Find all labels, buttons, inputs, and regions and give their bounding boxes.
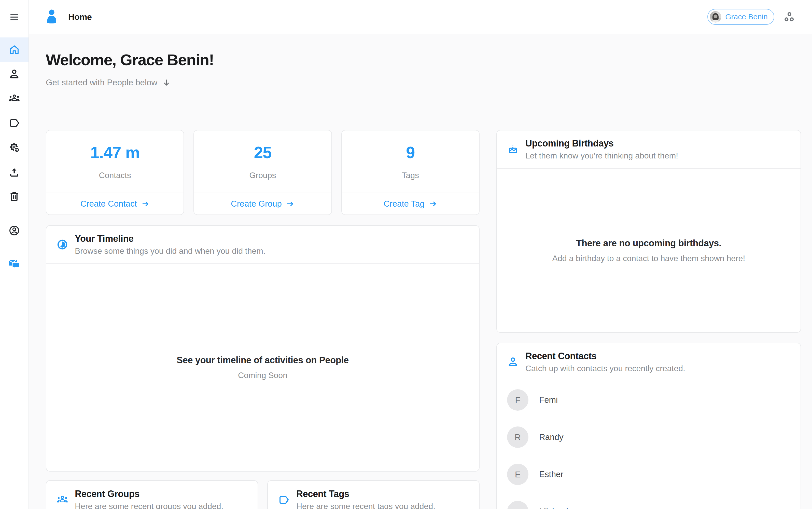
create-group-button[interactable]: Create Group (231, 199, 295, 209)
recent-contacts-subtitle: Catch up with contacts you recently crea… (525, 364, 685, 373)
sidebar-item-import[interactable] (0, 160, 29, 184)
sidebar-divider (0, 247, 29, 247)
recent-tags-subtitle: Here are some recent tags you added. (296, 502, 435, 509)
upcoming-birthdays-card: Upcoming Birthdays Let them know you're … (496, 130, 801, 333)
recent-groups-header-text: Recent Groups Here are some recent group… (75, 488, 223, 509)
home-icon (8, 44, 20, 56)
recent-contacts-header-text: Recent Contacts Catch up with contacts y… (525, 351, 685, 373)
sidebar-divider (0, 214, 29, 214)
cake-icon (507, 143, 519, 155)
arrow-right-icon (141, 200, 150, 208)
arrow-down-icon (162, 78, 171, 87)
contact-row[interactable]: E Esther (497, 456, 801, 493)
stats-row: 1.47 m Contacts Create Contact 25 Groups (46, 130, 480, 215)
recent-tags-title: Recent Tags (296, 488, 435, 499)
recent-contacts-list: F Femi R Randy E Esther M Michael (497, 381, 801, 509)
contact-name: Esther (539, 470, 563, 479)
recent-tags-header: Recent Tags Here are some recent tags yo… (268, 481, 479, 509)
left-column: 1.47 m Contacts Create Contact 25 Groups (46, 130, 480, 509)
birthdays-title: Upcoming Birthdays (525, 138, 678, 148)
contact-name: Femi (539, 395, 558, 405)
contact-row[interactable]: M Michael (497, 493, 801, 509)
arrow-right-icon (286, 200, 295, 208)
birthdays-subtitle: Let them know you're thinking about them… (525, 151, 678, 161)
sidebar-item-groups[interactable] (0, 87, 29, 111)
sidebar-item-account[interactable] (0, 218, 29, 243)
apps-hub-button[interactable] (783, 11, 795, 23)
recent-groups-header: Recent Groups Here are some recent group… (46, 481, 258, 509)
welcome-subheading: Get started with People below (46, 78, 157, 88)
contact-avatar: R (507, 427, 528, 448)
topbar: Home Grace Benin (29, 0, 812, 34)
right-column: Upcoming Birthdays Let them know you're … (496, 130, 801, 509)
create-contact-button[interactable]: Create Contact (80, 199, 150, 209)
contact-row[interactable]: F Femi (497, 381, 801, 418)
sidebar-item-tags[interactable] (0, 111, 29, 135)
recent-groups-title: Recent Groups (75, 488, 223, 499)
timeline-header: Your Timeline Browse some things you did… (46, 226, 479, 264)
recent-contacts-header: Recent Contacts Catch up with contacts y… (497, 343, 801, 381)
timeline-card: Your Timeline Browse some things you did… (46, 225, 480, 472)
create-tag-label: Create Tag (383, 199, 425, 209)
contacts-stat-card: 1.47 m Contacts Create Contact (46, 130, 184, 215)
contact-name: Randy (539, 432, 563, 442)
sidebar-item-feedback[interactable] (0, 251, 29, 276)
user-chip[interactable]: Grace Benin (707, 9, 774, 25)
sidebar-item-settings[interactable] (0, 135, 29, 160)
trash-icon (8, 191, 20, 202)
timeline-empty-title: See your timeline of activities on Peopl… (177, 355, 349, 366)
tag-icon (278, 494, 290, 506)
person-icon (8, 68, 20, 80)
recent-tags-card: Recent Tags Here are some recent tags yo… (267, 480, 480, 509)
contacts-count: 1.47 m (90, 143, 140, 162)
timelapse-clock-icon (57, 239, 68, 250)
birthdays-header: Upcoming Birthdays Let them know you're … (497, 130, 801, 169)
tags-stat-footer: Create Tag (342, 193, 479, 214)
create-tag-button[interactable]: Create Tag (383, 199, 437, 209)
contacts-stat-top: 1.47 m Contacts (46, 130, 184, 193)
recent-contacts-card: Recent Contacts Catch up with contacts y… (496, 343, 801, 509)
tags-count: 9 (406, 143, 415, 162)
birthdays-empty-state: There are no upcoming birthdays. Add a b… (497, 169, 801, 332)
tags-stat-top: 9 Tags (342, 130, 479, 193)
settings-gear-arrow-icon (8, 142, 20, 154)
create-group-label: Create Group (231, 199, 282, 209)
sidebar (0, 0, 29, 509)
user-name: Grace Benin (725, 12, 768, 21)
sidebar-item-contacts[interactable] (0, 62, 29, 87)
person-icon (507, 356, 519, 368)
contact-row[interactable]: R Randy (497, 418, 801, 456)
three-circles-icon (783, 11, 795, 23)
groups-stat-footer: Create Group (194, 193, 331, 214)
sidebar-nav (0, 34, 29, 209)
groups-label: Groups (250, 171, 276, 180)
app-logo-person-icon[interactable] (45, 9, 58, 25)
hamburger-menu-icon (9, 12, 20, 23)
dashboard-grid: 1.47 m Contacts Create Contact 25 Groups (46, 130, 801, 509)
create-contact-label: Create Contact (80, 199, 137, 209)
sidebar-item-trash[interactable] (0, 184, 29, 209)
contact-avatar: E (507, 464, 528, 485)
recent-groups-subtitle: Here are some recent groups you added. (75, 502, 223, 509)
menu-button[interactable] (0, 0, 29, 34)
contacts-stat-footer: Create Contact (46, 193, 184, 214)
contact-avatar: M (507, 501, 528, 509)
tags-label: Tags (402, 171, 419, 180)
groups-count: 25 (254, 143, 271, 162)
birthdays-empty-title: There are no upcoming birthdays. (576, 238, 722, 249)
tags-stat-card: 9 Tags Create Tag (341, 130, 480, 215)
account-circle-icon (8, 225, 20, 236)
arrow-right-icon (429, 200, 437, 208)
recent-tags-header-text: Recent Tags Here are some recent tags yo… (296, 488, 435, 509)
timeline-subtitle: Browse some things you did and when you … (75, 246, 265, 256)
timeline-header-text: Your Timeline Browse some things you did… (75, 233, 265, 256)
tag-icon (8, 117, 20, 129)
timeline-empty-subtitle: Coming Soon (238, 371, 287, 380)
timeline-empty-state: See your timeline of activities on Peopl… (46, 264, 479, 471)
sidebar-item-home[interactable] (0, 37, 29, 62)
recent-groups-card: Recent Groups Here are some recent group… (46, 480, 258, 509)
main-content: Welcome, Grace Benin! Get started with P… (29, 34, 812, 509)
contact-avatar: F (507, 389, 528, 411)
groups-icon (57, 494, 68, 506)
groups-icon (8, 93, 20, 104)
